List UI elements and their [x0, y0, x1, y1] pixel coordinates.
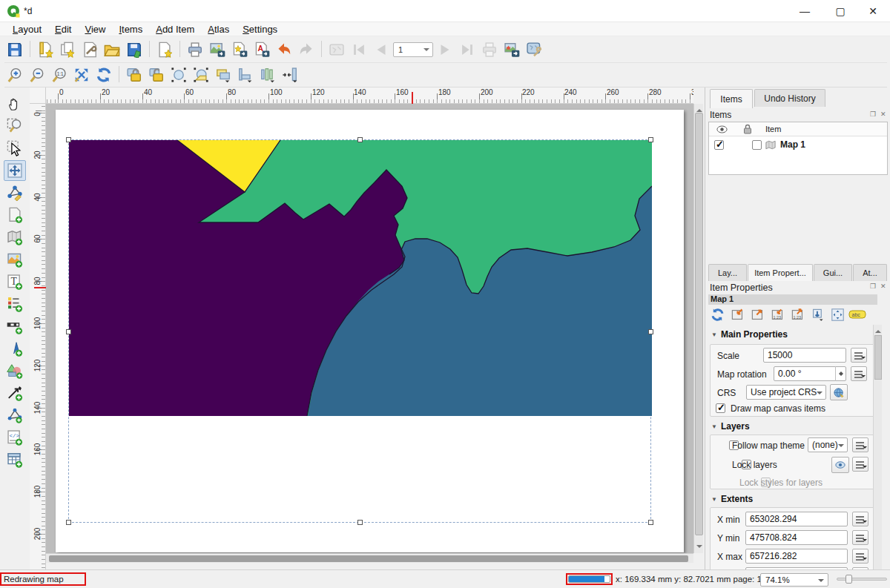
maximize-button[interactable]: ▢ — [823, 0, 857, 22]
export-pdf-button[interactable]: A — [251, 39, 272, 60]
new-report-button[interactable] — [154, 39, 175, 60]
theme-override-button[interactable] — [852, 437, 868, 452]
section-layers[interactable]: ▼Layers — [711, 421, 750, 432]
layout-page[interactable] — [56, 110, 684, 552]
lock-layers-override-button[interactable] — [852, 457, 868, 472]
canvas-vertical-scrollbar[interactable] — [693, 104, 703, 553]
select-move-item-button[interactable] — [4, 138, 26, 159]
tab-undo-history[interactable]: Undo History — [754, 89, 825, 107]
zoom-in-button[interactable] — [4, 65, 25, 85]
resize-items-button[interactable] — [280, 65, 300, 85]
preview-atlas-button[interactable] — [326, 39, 347, 60]
resize-handle-top-right[interactable] — [648, 137, 653, 142]
export-image-button[interactable] — [207, 39, 228, 60]
update-map-preview-button[interactable] — [708, 306, 726, 323]
layout-manager-button[interactable] — [79, 39, 100, 60]
tab-items[interactable]: Items — [710, 89, 753, 108]
menu-item[interactable]: Edit — [48, 22, 78, 36]
resize-handle-bottom-center[interactable] — [357, 520, 363, 525]
add-items-from-template-button[interactable] — [102, 39, 122, 60]
move-item-content-button[interactable] — [4, 160, 26, 181]
add-arrow-button[interactable] — [4, 383, 26, 403]
menu-item[interactable]: Add Item — [149, 22, 201, 36]
layout-canvas[interactable] — [46, 104, 693, 553]
menu-item[interactable]: Atlas — [201, 22, 236, 36]
visibility-checkbox[interactable] — [714, 140, 724, 150]
scroll-down-arrow[interactable] — [696, 545, 702, 551]
ymin-input[interactable]: 475708.824 — [745, 530, 848, 545]
item-row-map1[interactable]: Map 1 — [709, 136, 887, 154]
print-atlas-button[interactable] — [479, 39, 500, 60]
scroll-up-arrow[interactable] — [875, 327, 881, 333]
move-map-content-button[interactable] — [828, 306, 846, 323]
properties-scrollbar[interactable] — [873, 325, 882, 588]
ungroup-items-button[interactable] — [191, 65, 211, 85]
section-main-properties[interactable]: ▼Main Properties — [711, 329, 788, 340]
set-canvas-scale-to-map-button[interactable]: 1:23 — [788, 306, 806, 323]
xmin-override-button[interactable] — [852, 512, 868, 526]
lock-selected-items-button[interactable] — [124, 65, 145, 85]
crs-combobox[interactable]: Use project CRS — [746, 385, 826, 400]
tab-item-properties[interactable]: Item Propert... — [748, 264, 813, 281]
add-page-button[interactable] — [4, 205, 26, 225]
section-extents[interactable]: ▼Extents — [711, 494, 753, 504]
zoom-actual-size-button[interactable]: 1:1 — [49, 65, 70, 85]
slider-knob[interactable] — [846, 575, 852, 584]
resize-handle-middle-left[interactable] — [66, 329, 71, 334]
scroll-up-arrow[interactable] — [696, 106, 702, 112]
next-feature-button[interactable] — [435, 39, 455, 60]
lock-checkbox[interactable] — [752, 140, 762, 150]
add-north-arrow-button[interactable] — [4, 338, 26, 359]
spinner-arrows[interactable] — [835, 366, 846, 381]
menu-item[interactable]: View — [78, 22, 112, 36]
edit-nodes-item-button[interactable] — [4, 182, 26, 203]
minimize-button[interactable]: — — [788, 0, 822, 22]
labeling-settings-button[interactable]: abc — [848, 306, 866, 323]
scrollbar-thumb[interactable] — [49, 555, 688, 562]
refresh-view-button[interactable] — [93, 65, 114, 85]
undo-button[interactable] — [274, 39, 294, 60]
xmax-input[interactable]: 657216.282 — [745, 549, 848, 564]
resize-handle-bottom-left[interactable] — [66, 520, 71, 525]
ymin-override-button[interactable] — [852, 530, 868, 545]
resize-handle-top-center[interactable] — [357, 137, 363, 142]
resize-handle-middle-right[interactable] — [648, 329, 653, 334]
add-scalebar-button[interactable] — [4, 316, 26, 337]
zoom-tool-button[interactable] — [4, 116, 26, 136]
rotation-override-button[interactable] — [851, 366, 867, 381]
last-feature-button[interactable] — [457, 39, 478, 60]
add-map-button[interactable] — [4, 227, 26, 248]
interactively-edit-extent-button[interactable] — [808, 306, 826, 323]
map-rotation-input[interactable]: 0.00 ° — [774, 366, 846, 381]
close-button[interactable]: ✕ — [856, 0, 890, 22]
scrollbar-thumb[interactable] — [695, 113, 703, 535]
menu-item[interactable]: Items — [112, 22, 149, 36]
previous-feature-button[interactable] — [371, 39, 392, 60]
align-items-button[interactable] — [235, 65, 256, 85]
view-extent-in-canvas-button[interactable] — [748, 306, 766, 323]
close-panel-icon[interactable]: ✕ — [880, 283, 886, 290]
float-panel-icon[interactable]: ❐ — [870, 283, 876, 290]
tab-layout[interactable]: Lay... — [708, 264, 747, 281]
redo-button[interactable] — [296, 39, 317, 60]
zoom-full-extent-button[interactable] — [71, 65, 92, 85]
save-as-template-button[interactable] — [124, 39, 145, 60]
add-node-item-button[interactable] — [4, 405, 26, 426]
add-legend-button[interactable] — [4, 294, 26, 314]
resize-handle-bottom-right[interactable] — [648, 520, 653, 525]
atlas-settings-button[interactable] — [524, 39, 544, 60]
select-crs-button[interactable] — [830, 384, 848, 400]
print-button[interactable] — [185, 39, 205, 60]
visibility-preset-button[interactable] — [831, 457, 849, 473]
add-shape-button[interactable] — [4, 360, 26, 381]
set-map-extent-to-canvas-button[interactable] — [728, 306, 746, 323]
zoom-slider[interactable] — [837, 575, 887, 584]
atlas-feature-combobox[interactable]: 1 — [393, 42, 433, 57]
close-panel-icon[interactable]: ✕ — [880, 110, 886, 118]
canvas-horizontal-scrollbar[interactable] — [46, 553, 693, 563]
export-svg-button[interactable] — [229, 39, 250, 60]
first-feature-button[interactable] — [349, 39, 369, 60]
xmax-override-button[interactable] — [852, 549, 868, 564]
tab-guides[interactable]: Gui... — [814, 264, 852, 281]
raise-items-button[interactable] — [213, 65, 234, 85]
